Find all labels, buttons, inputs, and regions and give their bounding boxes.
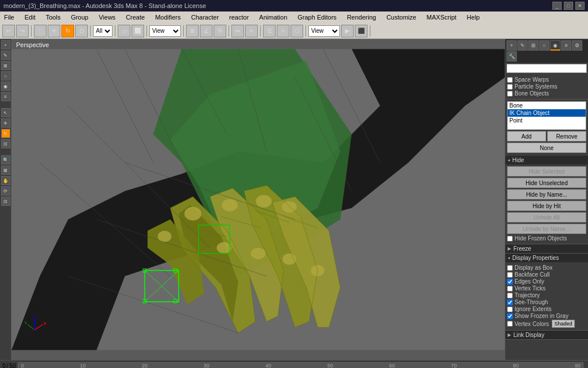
window-crossing-button[interactable]: ⬜ — [131, 25, 144, 37]
link-display-header[interactable]: ▶ Link Display — [505, 331, 588, 339]
percent-snap[interactable]: % — [214, 25, 226, 37]
menu-modifiers[interactable]: Modifiers — [153, 13, 183, 21]
unhide-by-name-button[interactable]: Unhide by Name... — [507, 224, 586, 234]
viewport-shading[interactable]: View — [308, 25, 340, 37]
listbox-item-bone[interactable]: Bone — [508, 102, 586, 109]
tab-modify[interactable]: ✎ — [517, 40, 528, 51]
ignore-extents-checkbox[interactable]: Ignore Extents — [507, 306, 586, 312]
select-button[interactable]: ⬚ — [34, 25, 47, 37]
rotate-obj[interactable]: ↻ — [1, 129, 10, 138]
add-button[interactable]: Add — [507, 131, 546, 141]
motion-tool[interactable]: ○ — [1, 71, 10, 80]
bone-objects-checkbox[interactable]: Bone Objects — [507, 90, 586, 97]
rotate-button[interactable]: ↻ — [61, 25, 74, 37]
select-obj[interactable]: ↖ — [1, 108, 10, 117]
hide-unselected-button[interactable]: Hide Unselected — [507, 178, 586, 188]
search-input[interactable] — [506, 64, 587, 73]
menu-rendering[interactable]: Rendering — [345, 13, 378, 21]
scale-button[interactable]: ⊡ — [75, 25, 88, 37]
backface-cull-checkbox[interactable]: Backface Cull — [507, 271, 586, 278]
unhide-all-button[interactable]: Unhide All — [507, 212, 586, 223]
minimize-button[interactable]: _ — [552, 2, 562, 10]
menu-animation[interactable]: Animation — [257, 13, 289, 21]
viewport-select[interactable]: View — [149, 25, 181, 37]
window-controls[interactable]: _ □ ✕ — [552, 2, 585, 10]
zoom-all[interactable]: ⊠ — [1, 166, 10, 175]
curve-editor[interactable]: ∿ — [277, 25, 289, 37]
pan-viewport[interactable]: ✋ — [1, 176, 10, 185]
menu-file[interactable]: File — [2, 13, 16, 21]
menu-edit[interactable]: Edit — [23, 13, 37, 21]
tab-extra1[interactable]: ⚙ — [572, 40, 582, 51]
space-warps-checkbox[interactable]: Space Warps — [507, 76, 586, 83]
modify-tool[interactable]: ✎ — [1, 51, 10, 60]
tab-utilities[interactable]: ≡ — [561, 40, 571, 51]
hide-selected-button[interactable]: Hide Selected — [507, 166, 586, 177]
scale-obj[interactable]: ⊡ — [1, 139, 10, 148]
freeze-section-header[interactable]: ▶ Freeze — [505, 244, 588, 253]
edges-only-checkbox[interactable]: Edges Only — [507, 278, 586, 285]
mirror-button[interactable]: ⇔ — [231, 25, 244, 37]
maximize-viewport[interactable]: ⊡ — [1, 197, 10, 206]
hide-by-hit-button[interactable]: Hide by Hit — [507, 201, 586, 211]
listbox-item-point[interactable]: Point — [508, 117, 586, 124]
menu-graph-editors[interactable]: Graph Editors — [296, 13, 338, 21]
shaded-button[interactable]: Shaded — [552, 320, 575, 328]
trajectory-checkbox[interactable]: Trajectory — [507, 292, 586, 298]
filter-select[interactable]: All — [93, 25, 113, 37]
layer-manager[interactable]: ☰ — [263, 25, 276, 37]
render-button[interactable]: ▶ — [341, 25, 354, 37]
close-button[interactable]: ✕ — [575, 2, 585, 10]
vertex-colors-checkbox[interactable]: Vertex Colors Shaded — [507, 320, 586, 328]
show-frozen-gray-checkbox[interactable]: Show Frozen in Gray — [507, 313, 586, 319]
tab-display[interactable]: ◉ — [550, 40, 560, 51]
menu-group[interactable]: Group — [69, 13, 90, 21]
timeline-marks: 0 10 20 30 40 50 60 70 80 90 — [18, 363, 583, 369]
none-button[interactable]: None — [507, 143, 586, 153]
menu-character[interactable]: Character — [189, 13, 220, 21]
move-button[interactable]: ✛ — [48, 25, 60, 37]
remove-button[interactable]: Remove — [547, 131, 586, 141]
menu-create[interactable]: Create — [124, 13, 146, 21]
see-through-checkbox[interactable]: See-Through — [507, 299, 586, 305]
menu-customize[interactable]: Customize — [385, 13, 418, 21]
restore-button[interactable]: □ — [564, 2, 573, 10]
viewport[interactable]: Perspective — [11, 39, 505, 360]
create-tool[interactable]: + — [1, 40, 10, 49]
hide-frozen-checkbox[interactable]: Hide Frozen Objects — [507, 235, 586, 241]
quick-render[interactable]: ⬛ — [355, 25, 368, 37]
move-obj[interactable]: ✛ — [1, 118, 10, 128]
display-as-box-checkbox[interactable]: Display as Box — [507, 264, 586, 271]
undo-button[interactable]: ↩ — [2, 25, 15, 37]
menu-reactor[interactable]: reactor — [227, 13, 250, 21]
menu-help[interactable]: Help — [465, 13, 482, 21]
tab-extra2[interactable]: 🔧 — [506, 51, 517, 62]
vertex-ticks-checkbox[interactable]: Vertex Ticks — [507, 285, 586, 292]
menu-views[interactable]: Views — [97, 13, 117, 21]
arc-rotate[interactable]: ⟳ — [1, 186, 10, 195]
menu-maxscript[interactable]: MAXScript — [425, 13, 458, 21]
display-tool[interactable]: ◉ — [1, 82, 10, 91]
hide-by-name-button[interactable]: Hide by Name... — [507, 189, 586, 200]
tab-create[interactable]: + — [506, 40, 517, 51]
display-props-header[interactable]: ◂ Display Properties — [505, 254, 588, 262]
menu-tools[interactable]: Tools — [44, 13, 63, 21]
align-button[interactable]: ≡ — [245, 25, 258, 37]
hierarchy-tool[interactable]: ⊞ — [1, 61, 10, 70]
particle-systems-checkbox[interactable]: Particle Systems — [507, 83, 586, 90]
snap-toggle[interactable]: ⊞ — [186, 25, 199, 37]
select-region-button[interactable]: ▭ — [118, 25, 130, 37]
frame-start-label: 0 — [2, 363, 6, 368]
schematic-view[interactable]: ⬡ — [291, 25, 303, 37]
tab-hierarchy[interactable]: ⊞ — [528, 40, 539, 51]
angle-snap[interactable]: ∠ — [200, 25, 212, 37]
freeze-arrow-icon: ▶ — [508, 246, 511, 251]
utilities-tool[interactable]: ≡ — [1, 92, 10, 101]
hide-section-header[interactable]: ◂ Hide — [505, 156, 588, 164]
redo-button[interactable]: ↪ — [16, 25, 29, 37]
listbox-item-ikchain[interactable]: IK Chain Object — [508, 109, 586, 117]
timeline-scroll[interactable]: 0 10 20 30 40 50 60 70 80 90 — [18, 362, 583, 369]
zoom-viewport[interactable]: 🔍 — [1, 155, 10, 164]
tab-motion[interactable]: ○ — [539, 40, 550, 51]
object-listbox[interactable]: Bone IK Chain Object Point — [507, 101, 586, 130]
